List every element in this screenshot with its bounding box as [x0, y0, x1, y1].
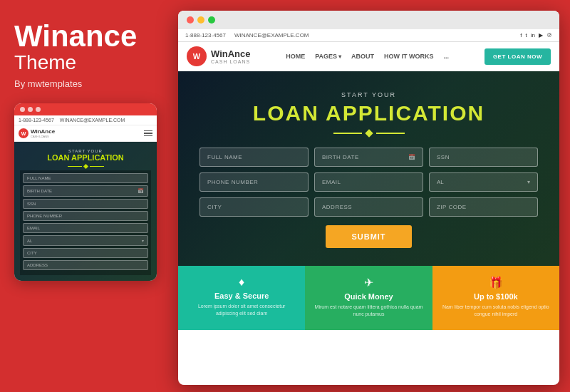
hero-section: START YOUR LOAN APPLICATION FULL NAME BI…	[178, 71, 559, 266]
mobile-preview: 1-888-123-4567 WINANCE@EXAMPLE.COM W Win…	[14, 103, 157, 281]
browser-topbar	[178, 11, 559, 29]
mobile-address-bar: 1-888-123-4567 WINANCE@EXAMPLE.COM	[14, 115, 157, 125]
facebook-icon[interactable]: f	[520, 32, 522, 38]
mobile-input-address[interactable]: ADDRESS	[23, 260, 148, 270]
brand-by: By mwtemplates	[14, 78, 164, 89]
mobile-dot-1	[20, 107, 25, 112]
input-ssn[interactable]: SSN	[429, 148, 538, 167]
hero-divider	[200, 130, 538, 136]
submit-button[interactable]: SUBMIT	[326, 225, 411, 248]
card-title-0: Easy & Secure	[187, 292, 296, 300]
pinterest-icon[interactable]: ℗	[546, 32, 552, 38]
input-zipcode[interactable]: ZIP CODE	[429, 197, 538, 217]
linkedin-icon[interactable]: in	[531, 32, 535, 38]
nav-links: HOME PAGES ABOUT HOW IT WORKS ...	[286, 53, 449, 60]
mobile-hamburger-icon[interactable]	[144, 130, 152, 137]
mobile-input-email[interactable]: EMAIL	[23, 223, 148, 233]
get-loan-button[interactable]: GET LOAN NOW	[484, 48, 551, 65]
form-row-3: CITY ADDRESS ZIP CODE	[200, 197, 538, 217]
nav-logo-text-wrap: WinAnce CASH LOANS	[211, 48, 251, 64]
card-quick-money: ✈ Quick Money Mirum est notare quam litt…	[305, 266, 432, 330]
mobile-input-city[interactable]: CITY	[23, 248, 148, 258]
nav-about[interactable]: ABOUT	[351, 53, 374, 60]
browser-nav: W WinAnce CASH LOANS HOME PAGES ABOUT HO…	[178, 42, 559, 71]
mobile-hero-title: LOAN APPLICATION	[20, 153, 151, 163]
money-icon: ✈	[314, 276, 423, 289]
browser-address-bar: 1-888-123-4567 WINANCE@EXAMPLE.COM f t i…	[178, 29, 559, 42]
nav-home[interactable]: HOME	[286, 53, 305, 60]
nav-logo-area: W WinAnce CASH LOANS	[187, 46, 251, 66]
input-city[interactable]: CITY	[200, 197, 309, 217]
brand-subtitle: Theme	[14, 51, 164, 74]
mobile-input-fullname[interactable]: FULL NAME	[23, 173, 148, 183]
youtube-icon[interactable]: ▶	[539, 32, 543, 38]
mobile-dot-3	[36, 107, 41, 112]
form-row-1: FULL NAME BIRTH DATE 📅 SSN	[200, 148, 538, 167]
input-address[interactable]: ADDRESS	[314, 197, 423, 217]
mobile-topbar	[14, 103, 157, 115]
mobile-address-left: 1-888-123-4567 WINANCE@EXAMPLE.COM	[19, 118, 125, 123]
nav-pages[interactable]: PAGES	[315, 53, 341, 60]
browser-phone: 1-888-123-4567	[185, 32, 226, 38]
card-title-2: Up to $100k	[441, 292, 551, 301]
nav-logo-name: WinAnce	[211, 48, 251, 59]
browser-address-left: 1-888-123-4567 WINANCE@EXAMPLE.COM	[185, 32, 309, 38]
browser-dot-minimize[interactable]	[197, 16, 204, 24]
browser-email: WINANCE@EXAMPLE.COM	[234, 32, 309, 38]
mobile-divider-line-left	[68, 166, 82, 167]
hero-start-text: START YOUR	[200, 91, 538, 98]
card-easy-secure: ♦ Easy & Secure Lorem ipsum dolor sit am…	[178, 266, 305, 330]
select-state[interactable]: AL ▾	[429, 172, 538, 192]
card-title-1: Quick Money	[314, 292, 423, 301]
hero-divider-line-left	[333, 133, 362, 134]
secure-icon: ♦	[187, 276, 296, 289]
hero-divider-diamond	[365, 129, 373, 137]
mobile-divider-diamond	[83, 164, 88, 169]
mobile-select-state[interactable]: AL▾	[23, 235, 148, 246]
mobile-logo-text-wrap: WinAnce CASH LOANS	[31, 128, 55, 138]
bottom-cards: ♦ Easy & Secure Lorem ipsum dolor sit am…	[178, 266, 559, 330]
nav-logo-sub: CASH LOANS	[211, 59, 251, 64]
mobile-input-ssn[interactable]: SSN	[23, 199, 148, 209]
hero-divider-line-right	[376, 133, 405, 134]
card-text-1: Mirum est notare quam littera gothica nu…	[314, 304, 423, 318]
mobile-dot-2	[28, 107, 33, 112]
form-row-2: PHONE NUMBER EMAIL AL ▾	[200, 172, 538, 192]
calendar-icon: 📅	[408, 154, 416, 160]
mobile-input-birthdate[interactable]: BIRTH DATE📅	[23, 185, 148, 197]
mobile-divider	[20, 165, 151, 168]
mobile-input-phone[interactable]: PHONE NUMBER	[23, 211, 148, 221]
mobile-hero: START YOUR LOAN APPLICATION FULL NAME BI…	[14, 142, 157, 281]
nav-logo-icon: W	[187, 46, 207, 66]
hero-title: LOAN APPLICATION	[200, 101, 538, 125]
nav-more[interactable]: ...	[444, 53, 450, 60]
mobile-logo-area: W WinAnce CASH LOANS	[19, 128, 55, 138]
input-fullname[interactable]: FULL NAME	[200, 148, 309, 167]
brand-title: Winance	[14, 21, 164, 51]
browser-social-icons: f t in ▶ ℗	[520, 32, 552, 38]
card-text-0: Lorem ipsum dolor sit amet consectetur a…	[187, 303, 296, 317]
input-phone[interactable]: PHONE NUMBER	[200, 172, 309, 192]
card-upto-100k: 🎁 Up to $100k Nam liber tempor cum solut…	[432, 266, 559, 330]
browser-dot-close[interactable]	[187, 16, 194, 24]
card-text-2: Nam liber tempor cum soluta nobis eligen…	[441, 304, 551, 318]
mobile-divider-line-right	[90, 166, 104, 167]
input-email[interactable]: EMAIL	[314, 172, 423, 192]
left-panel: Winance Theme By mwtemplates 1-888-123-4…	[14, 21, 164, 281]
mobile-logo-sub: CASH LOANS	[31, 135, 55, 138]
nav-howitworks[interactable]: HOW IT WORKS	[384, 53, 434, 60]
mobile-form: FULL NAME BIRTH DATE📅 SSN PHONE NUMBER E…	[20, 170, 151, 275]
gift-icon: 🎁	[441, 276, 551, 289]
mobile-logo-icon: W	[19, 128, 28, 138]
input-birthdate[interactable]: BIRTH DATE 📅	[314, 148, 423, 167]
chevron-down-icon: ▾	[527, 179, 530, 185]
submit-row: SUBMIT	[200, 225, 538, 248]
mobile-logo-name: WinAnce	[31, 128, 55, 135]
browser-dot-maximize[interactable]	[208, 16, 215, 24]
twitter-icon[interactable]: t	[526, 32, 527, 38]
mobile-phone: 1-888-123-4567	[19, 118, 54, 123]
mobile-nav: W WinAnce CASH LOANS	[14, 125, 157, 142]
main-browser: 1-888-123-4567 WINANCE@EXAMPLE.COM f t i…	[178, 11, 559, 385]
mobile-email: WINANCE@EXAMPLE.COM	[60, 118, 125, 123]
